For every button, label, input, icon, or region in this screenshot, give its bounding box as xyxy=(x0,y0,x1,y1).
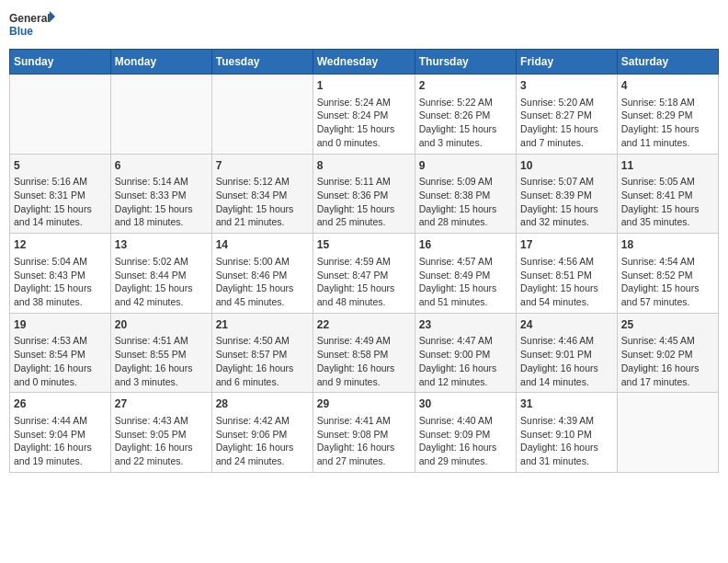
calendar-week-row: 26Sunrise: 4:44 AM Sunset: 9:04 PM Dayli… xyxy=(10,393,719,473)
day-number: 6 xyxy=(115,158,208,174)
day-info: Sunrise: 4:56 AM Sunset: 8:51 PM Dayligh… xyxy=(520,255,613,309)
day-number: 15 xyxy=(317,237,411,253)
calendar-cell: 17Sunrise: 4:56 AM Sunset: 8:51 PM Dayli… xyxy=(517,234,618,314)
day-info: Sunrise: 4:44 AM Sunset: 9:04 PM Dayligh… xyxy=(14,414,107,468)
day-info: Sunrise: 5:04 AM Sunset: 8:43 PM Dayligh… xyxy=(14,255,107,309)
weekday-header-saturday: Saturday xyxy=(617,50,718,75)
day-info: Sunrise: 4:39 AM Sunset: 9:10 PM Dayligh… xyxy=(520,414,613,468)
calendar-cell: 18Sunrise: 4:54 AM Sunset: 8:52 PM Dayli… xyxy=(617,234,718,314)
day-info: Sunrise: 5:07 AM Sunset: 8:39 PM Dayligh… xyxy=(520,175,613,229)
calendar-cell: 25Sunrise: 4:45 AM Sunset: 9:02 PM Dayli… xyxy=(617,313,718,393)
day-info: Sunrise: 5:18 AM Sunset: 8:29 PM Dayligh… xyxy=(621,96,714,150)
calendar-cell: 20Sunrise: 4:51 AM Sunset: 8:55 PM Dayli… xyxy=(110,313,211,393)
day-info: Sunrise: 4:45 AM Sunset: 9:02 PM Dayligh… xyxy=(621,334,714,388)
calendar-cell: 27Sunrise: 4:43 AM Sunset: 9:05 PM Dayli… xyxy=(110,393,211,473)
calendar-week-row: 5Sunrise: 5:16 AM Sunset: 8:31 PM Daylig… xyxy=(10,154,719,234)
day-number: 9 xyxy=(419,158,512,174)
day-number: 22 xyxy=(317,317,411,333)
day-info: Sunrise: 5:16 AM Sunset: 8:31 PM Dayligh… xyxy=(14,175,107,229)
day-number: 23 xyxy=(419,317,512,333)
day-number: 28 xyxy=(216,396,309,412)
day-number: 25 xyxy=(621,317,714,333)
day-info: Sunrise: 4:57 AM Sunset: 8:49 PM Dayligh… xyxy=(419,255,512,309)
calendar-cell: 19Sunrise: 4:53 AM Sunset: 8:54 PM Dayli… xyxy=(10,313,111,393)
weekday-header-friday: Friday xyxy=(517,50,618,75)
calendar-cell: 7Sunrise: 5:12 AM Sunset: 8:34 PM Daylig… xyxy=(211,154,313,234)
calendar-cell: 28Sunrise: 4:42 AM Sunset: 9:06 PM Dayli… xyxy=(211,393,313,473)
calendar-week-row: 12Sunrise: 5:04 AM Sunset: 8:43 PM Dayli… xyxy=(10,234,719,314)
calendar-cell xyxy=(110,75,211,155)
weekday-header-thursday: Thursday xyxy=(415,50,516,75)
day-number: 7 xyxy=(216,158,309,174)
day-number: 29 xyxy=(317,396,411,412)
weekday-header-monday: Monday xyxy=(110,50,211,75)
calendar-week-row: 19Sunrise: 4:53 AM Sunset: 8:54 PM Dayli… xyxy=(10,313,719,393)
weekday-header-row: SundayMondayTuesdayWednesdayThursdayFrid… xyxy=(10,50,719,75)
day-info: Sunrise: 5:00 AM Sunset: 8:46 PM Dayligh… xyxy=(216,255,309,309)
day-number: 5 xyxy=(14,158,107,174)
day-number: 18 xyxy=(621,237,714,253)
day-info: Sunrise: 5:24 AM Sunset: 8:24 PM Dayligh… xyxy=(317,96,411,150)
day-number: 3 xyxy=(520,78,613,94)
calendar-cell xyxy=(10,75,111,155)
day-number: 1 xyxy=(317,78,411,94)
calendar-cell: 15Sunrise: 4:59 AM Sunset: 8:47 PM Dayli… xyxy=(313,234,415,314)
day-number: 8 xyxy=(317,158,411,174)
calendar-week-row: 1Sunrise: 5:24 AM Sunset: 8:24 PM Daylig… xyxy=(10,75,719,155)
calendar-cell: 2Sunrise: 5:22 AM Sunset: 8:26 PM Daylig… xyxy=(415,75,516,155)
calendar-cell: 31Sunrise: 4:39 AM Sunset: 9:10 PM Dayli… xyxy=(517,393,618,473)
calendar-cell: 29Sunrise: 4:41 AM Sunset: 9:08 PM Dayli… xyxy=(313,393,415,473)
day-number: 2 xyxy=(419,78,512,94)
day-info: Sunrise: 5:14 AM Sunset: 8:33 PM Dayligh… xyxy=(115,175,208,229)
day-number: 27 xyxy=(115,396,208,412)
day-info: Sunrise: 4:41 AM Sunset: 9:08 PM Dayligh… xyxy=(317,414,411,468)
calendar-cell: 22Sunrise: 4:49 AM Sunset: 8:58 PM Dayli… xyxy=(313,313,415,393)
day-info: Sunrise: 5:12 AM Sunset: 8:34 PM Dayligh… xyxy=(216,175,309,229)
day-number: 16 xyxy=(419,237,512,253)
day-number: 19 xyxy=(14,317,107,333)
svg-text:General: General xyxy=(9,12,51,25)
day-number: 10 xyxy=(520,158,613,174)
day-number: 20 xyxy=(115,317,208,333)
day-number: 24 xyxy=(520,317,613,333)
calendar-cell: 23Sunrise: 4:47 AM Sunset: 9:00 PM Dayli… xyxy=(415,313,516,393)
calendar-cell: 13Sunrise: 5:02 AM Sunset: 8:44 PM Dayli… xyxy=(110,234,211,314)
day-info: Sunrise: 5:11 AM Sunset: 8:36 PM Dayligh… xyxy=(317,175,411,229)
calendar-cell xyxy=(617,393,718,473)
calendar-cell: 8Sunrise: 5:11 AM Sunset: 8:36 PM Daylig… xyxy=(313,154,415,234)
day-info: Sunrise: 5:05 AM Sunset: 8:41 PM Dayligh… xyxy=(621,175,714,229)
logo-svg: General Blue xyxy=(9,9,55,41)
day-info: Sunrise: 4:46 AM Sunset: 9:01 PM Dayligh… xyxy=(520,334,613,388)
day-info: Sunrise: 5:09 AM Sunset: 8:38 PM Dayligh… xyxy=(419,175,512,229)
day-info: Sunrise: 4:43 AM Sunset: 9:05 PM Dayligh… xyxy=(115,414,208,468)
weekday-header-tuesday: Tuesday xyxy=(211,50,313,75)
day-info: Sunrise: 4:53 AM Sunset: 8:54 PM Dayligh… xyxy=(14,334,107,388)
day-number: 14 xyxy=(216,237,309,253)
calendar-table: SundayMondayTuesdayWednesdayThursdayFrid… xyxy=(9,49,719,473)
day-info: Sunrise: 4:47 AM Sunset: 9:00 PM Dayligh… xyxy=(419,334,512,388)
day-info: Sunrise: 4:51 AM Sunset: 8:55 PM Dayligh… xyxy=(115,334,208,388)
day-number: 11 xyxy=(621,158,714,174)
calendar-cell: 21Sunrise: 4:50 AM Sunset: 8:57 PM Dayli… xyxy=(211,313,313,393)
day-number: 17 xyxy=(520,237,613,253)
day-number: 4 xyxy=(621,78,714,94)
calendar-cell: 4Sunrise: 5:18 AM Sunset: 8:29 PM Daylig… xyxy=(617,75,718,155)
calendar-cell: 10Sunrise: 5:07 AM Sunset: 8:39 PM Dayli… xyxy=(517,154,618,234)
day-info: Sunrise: 4:49 AM Sunset: 8:58 PM Dayligh… xyxy=(317,334,411,388)
weekday-header-sunday: Sunday xyxy=(10,50,111,75)
day-info: Sunrise: 4:42 AM Sunset: 9:06 PM Dayligh… xyxy=(216,414,309,468)
calendar-cell: 9Sunrise: 5:09 AM Sunset: 8:38 PM Daylig… xyxy=(415,154,516,234)
day-info: Sunrise: 4:50 AM Sunset: 8:57 PM Dayligh… xyxy=(216,334,309,388)
day-info: Sunrise: 5:22 AM Sunset: 8:26 PM Dayligh… xyxy=(419,96,512,150)
calendar-cell: 16Sunrise: 4:57 AM Sunset: 8:49 PM Dayli… xyxy=(415,234,516,314)
calendar-cell: 24Sunrise: 4:46 AM Sunset: 9:01 PM Dayli… xyxy=(517,313,618,393)
calendar-cell: 26Sunrise: 4:44 AM Sunset: 9:04 PM Dayli… xyxy=(10,393,111,473)
day-number: 12 xyxy=(14,237,107,253)
calendar-cell: 12Sunrise: 5:04 AM Sunset: 8:43 PM Dayli… xyxy=(10,234,111,314)
page-header: General Blue xyxy=(9,9,719,41)
calendar-cell: 3Sunrise: 5:20 AM Sunset: 8:27 PM Daylig… xyxy=(517,75,618,155)
day-number: 26 xyxy=(14,396,107,412)
calendar-cell: 30Sunrise: 4:40 AM Sunset: 9:09 PM Dayli… xyxy=(415,393,516,473)
day-number: 30 xyxy=(419,396,512,412)
day-info: Sunrise: 4:40 AM Sunset: 9:09 PM Dayligh… xyxy=(419,414,512,468)
